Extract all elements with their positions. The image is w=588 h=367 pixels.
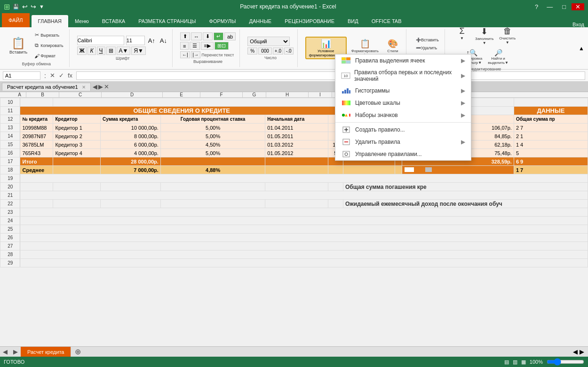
cell-d17[interactable]: 28 000,00р. xyxy=(101,157,161,166)
cell-e14[interactable]: 5,00% xyxy=(160,132,265,141)
col-header-e[interactable]: E xyxy=(163,92,200,97)
tab-formulas[interactable]: ФОРМУЛЫ xyxy=(203,15,243,27)
cut-button[interactable]: ✂ Вырезать xyxy=(31,31,65,40)
tab-office-tab[interactable]: OFFICE TAB xyxy=(365,15,408,27)
fill-button[interactable]: ⬇ Заполнить▼ xyxy=(473,25,495,46)
cell-d12[interactable]: Сумма кредита xyxy=(101,115,161,124)
tab-home[interactable]: ГЛАВНАЯ xyxy=(32,15,68,27)
cell-e18[interactable]: 4,88% xyxy=(160,166,265,174)
cell-j18[interactable] xyxy=(402,166,514,174)
align-center-button[interactable]: ☰ xyxy=(190,42,200,50)
cell-e12[interactable]: Годовая процентная ставка xyxy=(160,115,265,124)
menu-item-icon-sets[interactable]: Наборы значков ▶ xyxy=(335,109,471,121)
name-box[interactable] xyxy=(3,71,40,80)
close-btn[interactable]: ✕ xyxy=(572,3,584,10)
menu-item-manage-rules[interactable]: Управление правилами... xyxy=(335,148,471,160)
cell-k12[interactable]: Общая сумма пр xyxy=(514,115,588,124)
font-family-input[interactable] xyxy=(77,36,124,45)
tab-nav-right[interactable]: ▶ xyxy=(98,83,103,90)
font-color-button[interactable]: Я▼ xyxy=(131,47,146,55)
percent-button[interactable]: % xyxy=(247,47,257,55)
cell-f15[interactable]: 01.03.2012 xyxy=(265,141,328,149)
tab-close-all[interactable]: ✕ xyxy=(104,83,109,90)
col-header-d[interactable]: D xyxy=(102,92,163,97)
cell-d13[interactable]: 10 000,00р. xyxy=(101,124,161,132)
cell-k15[interactable]: 1 4 xyxy=(514,141,588,149)
sheet-scroll-right[interactable]: ▶ xyxy=(10,348,21,355)
cell-21[interactable] xyxy=(20,191,588,200)
cell-b10[interactable] xyxy=(20,98,53,107)
paste-button[interactable]: 📋 Вставить xyxy=(8,36,29,55)
tab-file[interactable]: ФАЙЛ xyxy=(2,13,30,27)
cell-k14[interactable]: 2 1 xyxy=(514,132,588,141)
insert-cells-button[interactable]: ➕ Вставить xyxy=(414,37,441,43)
font-shrink-icon[interactable]: A↓ xyxy=(159,37,168,45)
cell-b13[interactable]: 10998M88 xyxy=(20,124,53,132)
tab-data[interactable]: ДАННЫЕ xyxy=(242,15,278,27)
minimize-btn[interactable]: — xyxy=(543,3,556,10)
decrease-indent-button[interactable]: ←| xyxy=(180,51,190,58)
cell-d15[interactable]: 6 000,00р. xyxy=(101,141,161,149)
cell-f14[interactable]: 01.05.2011 xyxy=(265,132,328,141)
cell-d14[interactable]: 8 000,00р. xyxy=(101,132,161,141)
border-button[interactable]: ⊞ xyxy=(106,47,116,55)
cell-f16[interactable]: 01.05.2012 xyxy=(265,149,328,157)
cell-i18[interactable] xyxy=(395,166,402,174)
cell-h20[interactable]: Общая сумма погашения кре xyxy=(343,183,588,191)
font-size-input[interactable] xyxy=(126,36,145,45)
col-header-b[interactable]: B xyxy=(26,92,59,97)
autosum-button[interactable]: Σ ▼ xyxy=(453,25,471,46)
cell-k13[interactable]: 2 7 xyxy=(514,124,588,132)
underline-button[interactable]: Ч xyxy=(97,47,105,55)
cell-h18[interactable] xyxy=(343,166,395,174)
cell-h22[interactable]: Ожидаемый ежемесячный доход после оконча… xyxy=(343,200,588,208)
document-tab[interactable]: Расчет кредита на обучение1 ✕ xyxy=(2,83,91,91)
sheet-scroll-left[interactable]: ◀ xyxy=(0,348,10,355)
cancel-formula-btn[interactable]: ✕ xyxy=(50,72,55,79)
cell-f20[interactable] xyxy=(265,183,328,191)
collapse-ribbon-btn[interactable]: ▲ xyxy=(579,45,584,52)
cell-f12[interactable]: Начальная дата xyxy=(265,115,328,124)
cell-e13[interactable]: 5,00% xyxy=(160,124,265,132)
cell-19[interactable] xyxy=(20,174,588,183)
sheet-tab-main[interactable]: Расчет кредита xyxy=(21,347,71,357)
cell-f13[interactable]: 01.04.2011 xyxy=(265,124,328,132)
cell-b15[interactable]: 36785LM xyxy=(20,141,53,149)
cell-c17[interactable] xyxy=(53,157,101,166)
cell-c14[interactable]: Кредитор 2 xyxy=(53,132,101,141)
formula-input[interactable] xyxy=(76,71,585,80)
cell-k18[interactable]: 1 7 xyxy=(514,166,588,174)
header-data2[interactable]: ДАННЫЕ xyxy=(514,107,588,115)
cell-d18[interactable]: 7 000,00р. xyxy=(101,166,161,174)
delete-cells-button[interactable]: ➖ Удалить xyxy=(414,45,441,51)
insert-function-btn[interactable]: fx xyxy=(68,72,72,79)
menu-item-create-rule[interactable]: Создать правило... xyxy=(335,124,471,136)
cell-d16[interactable]: 4 000,00р. xyxy=(101,149,161,157)
cell-f22[interactable] xyxy=(265,200,328,208)
col-header-i[interactable]: I xyxy=(309,92,332,97)
col-header-h[interactable]: H xyxy=(266,92,309,97)
header-general-info[interactable]: ОБЩИЕ СВЕДЕНИЯ О КРЕДИТЕ xyxy=(20,107,343,115)
add-sheet-btn[interactable]: ⊕ xyxy=(71,347,85,356)
sign-in-btn[interactable]: Вход xyxy=(569,22,588,27)
cell-e22[interactable] xyxy=(160,200,265,208)
tab-insert[interactable]: ВСТАВКА xyxy=(95,15,132,27)
view-page-btn[interactable]: ▥ xyxy=(513,359,517,365)
help-btn[interactable]: ? xyxy=(532,3,541,10)
cell-c15[interactable]: Кредитор 3 xyxy=(53,141,101,149)
cell-e20[interactable] xyxy=(160,183,265,191)
cell-c10[interactable] xyxy=(53,98,343,107)
confirm-formula-btn[interactable]: ✓ xyxy=(59,72,64,79)
cell-k16[interactable]: 5 xyxy=(514,149,588,157)
number-format-select[interactable]: Общий Числовой Денежный xyxy=(247,37,290,46)
cell-b18[interactable]: Среднее xyxy=(20,166,53,174)
format-painter-button[interactable]: 🖌 Формат xyxy=(31,51,65,61)
cell-b12[interactable]: № кредита xyxy=(20,115,53,124)
cell-b17[interactable]: Итого xyxy=(20,157,53,166)
cell-g22[interactable] xyxy=(328,200,343,208)
view-normal-btn[interactable]: ▤ xyxy=(504,359,509,365)
cell-e16[interactable]: 5,00% xyxy=(160,149,265,157)
fill-color-button[interactable]: A▼ xyxy=(117,47,131,55)
zoom-slider[interactable] xyxy=(547,358,584,366)
cell-f18[interactable] xyxy=(265,166,328,174)
